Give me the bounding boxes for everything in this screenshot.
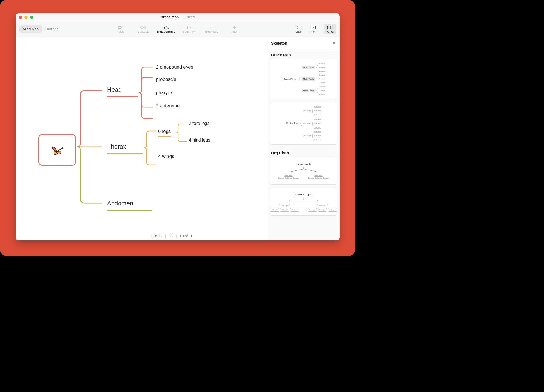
org-template-1[interactable]: Central Topic Main Topic SubtopicSubtopi… [270,157,337,185]
status-bar: Topic: 12 | | 120% ▴▾ [149,233,192,238]
chevron-up-icon: ⌃ [333,53,336,57]
head-sub-1[interactable]: 2 cmopound eyes [156,64,193,70]
org-template-2[interactable]: Central Topic Main Topic SubtopicSubtopi… [270,188,337,216]
chevron-up-icon: ⌃ [333,151,336,155]
window-subtitle: — Edited [180,15,195,19]
tool-summary[interactable]: Summary [181,25,197,33]
zoom-level[interactable]: 120% [180,234,188,238]
category-org-label: Org Chart [271,151,289,155]
topic-count: Topic: 12 [149,234,162,238]
window-zoom-button[interactable] [30,16,33,19]
window-minimize-button[interactable] [24,16,28,19]
head-sub-2[interactable]: proboscis [156,77,176,82]
tool-panel[interactable]: Panel [324,24,336,34]
tool-boundary-label: Boundary [205,30,218,33]
legs-sub-1[interactable]: 2 fore legs [189,121,210,126]
head-sub-3[interactable]: pharynx [156,90,173,96]
titlebar: Brace Map — Edited [16,13,340,21]
tool-subtopic[interactable]: Subtopic [136,25,151,33]
thorax-legs[interactable]: 6 legs [158,129,171,137]
side-panel-close[interactable]: ✕ [332,41,336,46]
svg-rect-5 [328,26,332,29]
thorax-brace [143,129,157,170]
side-panel-title: Skeleton [271,41,287,46]
svg-rect-2 [144,27,146,28]
map-overview-icon[interactable] [169,233,173,238]
legs-sub-2[interactable]: 4 hind legs [189,138,210,143]
category-brace-map[interactable]: Brace Map ⌃ [267,49,340,59]
tool-relationship-label: Relationship [157,30,175,33]
branch-thorax[interactable]: Thorax [107,143,143,154]
head-brace [138,65,154,120]
zoom-stepper[interactable]: ▴▾ [191,234,192,238]
root-node[interactable] [38,134,76,166]
tool-topic-label: Topic [117,30,124,33]
branch-abdomen[interactable]: Abdomen [107,200,152,211]
tool-subtopic-label: Subtopic [138,30,150,33]
svg-rect-1 [141,27,143,28]
tool-insert[interactable]: Insert [227,25,242,33]
tool-boundary[interactable]: Boundary [204,25,220,33]
tool-insert-label: Insert [231,30,238,33]
tool-zen-label: ZEN [296,30,302,33]
tool-zen[interactable]: ZEN [296,25,302,33]
brace-template-2[interactable]: Central Topic { Main Topic{SubtopicSubto… [270,102,337,145]
category-org-chart[interactable]: Org Chart ⌃ [267,147,340,157]
tab-mind-map[interactable]: Mind Map [19,25,42,33]
tab-outliner[interactable]: Outliner [42,25,61,33]
branch-abdomen-label: Abdomen [107,200,133,207]
branch-thorax-label: Thorax [107,143,126,150]
branch-head-label: Head [107,86,122,93]
tool-panel-label: Panel [326,30,334,33]
root-brace [76,87,104,207]
window-title: Brace Map [160,15,179,19]
tool-topic[interactable]: Topic [113,25,129,33]
category-brace-label: Brace Map [271,53,291,57]
svg-rect-0 [118,26,121,28]
tool-summary-label: Summary [182,30,195,33]
thorax-wings[interactable]: 4 wings [158,154,174,159]
svg-rect-3 [210,26,214,29]
thumb-central-box: Central Topic [282,77,298,81]
toolbar: Mind Map Outliner Topic Subtopic Relatio… [16,21,340,37]
brace-template-1[interactable]: Central Topic { Main Topic{SubtopicSubto… [270,59,337,99]
tool-pitch[interactable]: Pitch [309,25,316,33]
window-close-button[interactable] [19,16,22,19]
legs-brace [175,122,188,144]
tool-relationship[interactable]: Relationship [158,25,174,33]
tool-pitch-label: Pitch [309,30,316,33]
butterfly-icon [49,142,65,158]
branch-head[interactable]: Head [107,86,138,97]
side-panel: Skeleton ✕ Brace Map ⌃ Central Topic { M… [267,37,340,240]
head-sub-4[interactable]: 2 antennae [156,103,180,109]
canvas[interactable]: Head 2 cmopound eyes proboscis pharynx 2… [16,37,267,240]
